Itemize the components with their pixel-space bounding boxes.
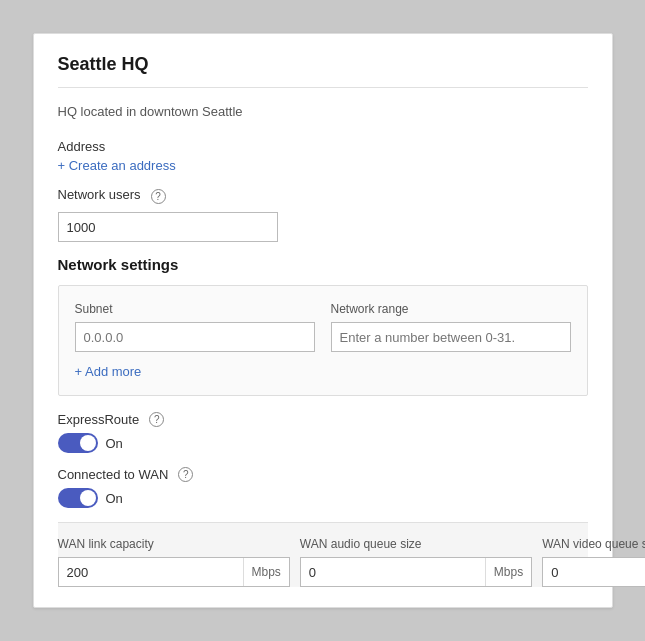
wan-link-capacity-input-wrap: Mbps	[58, 557, 290, 587]
wan-audio-queue-input-wrap: Mbps	[300, 557, 532, 587]
connected-to-wan-help-icon[interactable]: ?	[178, 467, 193, 482]
address-label: Address	[58, 139, 588, 154]
card-title: Seattle HQ	[58, 54, 588, 75]
wan-link-capacity-field: WAN link capacity Mbps	[58, 537, 300, 587]
network-range-label: Network range	[331, 302, 571, 316]
title-divider	[58, 87, 588, 88]
wan-audio-queue-unit: Mbps	[485, 558, 531, 586]
express-route-help-icon[interactable]: ?	[149, 412, 164, 427]
wan-link-capacity-label: WAN link capacity	[58, 537, 300, 551]
subnet-field: Subnet	[75, 302, 315, 352]
wan-audio-queue-field: WAN audio queue size Mbps	[300, 537, 542, 587]
wan-link-capacity-input[interactable]	[59, 558, 243, 586]
connected-to-wan-section: Connected to WAN ? On	[58, 467, 588, 508]
wan-audio-queue-input[interactable]	[301, 558, 485, 586]
network-users-help-icon[interactable]: ?	[151, 189, 166, 204]
wan-link-capacity-unit: Mbps	[243, 558, 289, 586]
card-subtitle: HQ located in downtown Seattle	[58, 104, 588, 119]
express-route-toggle[interactable]	[58, 433, 98, 453]
network-settings-box: Subnet Network range + Add more	[58, 285, 588, 396]
wan-video-queue-input[interactable]	[543, 558, 645, 586]
wan-video-queue-input-wrap: Mbps	[542, 557, 645, 587]
network-settings-heading: Network settings	[58, 256, 588, 273]
network-range-field: Network range	[331, 302, 571, 352]
connected-to-wan-label: Connected to WAN	[58, 467, 169, 482]
express-route-status: On	[106, 436, 123, 451]
subnet-input[interactable]	[75, 322, 315, 352]
address-section: Address + Create an address	[58, 139, 588, 173]
express-route-section: ExpressRoute ? On	[58, 412, 588, 453]
create-address-link[interactable]: + Create an address	[58, 158, 176, 173]
network-users-input[interactable]	[58, 212, 278, 242]
wan-fields-row: WAN link capacity Mbps WAN audio queue s…	[58, 537, 588, 587]
wan-video-queue-label: WAN video queue size	[542, 537, 645, 551]
wan-audio-queue-label: WAN audio queue size	[300, 537, 542, 551]
main-card: Seattle HQ HQ located in downtown Seattl…	[33, 33, 613, 608]
wan-video-queue-field: WAN video queue size Mbps	[542, 537, 645, 587]
wan-section: WAN link capacity Mbps WAN audio queue s…	[58, 522, 588, 587]
network-users-section: Network users ?	[58, 187, 588, 242]
connected-to-wan-status: On	[106, 491, 123, 506]
network-users-label: Network users	[58, 187, 141, 202]
express-route-label: ExpressRoute	[58, 412, 140, 427]
connected-to-wan-toggle[interactable]	[58, 488, 98, 508]
subnet-label: Subnet	[75, 302, 315, 316]
add-more-link[interactable]: + Add more	[75, 364, 142, 379]
subnet-range-row: Subnet Network range	[75, 302, 571, 352]
network-range-input[interactable]	[331, 322, 571, 352]
